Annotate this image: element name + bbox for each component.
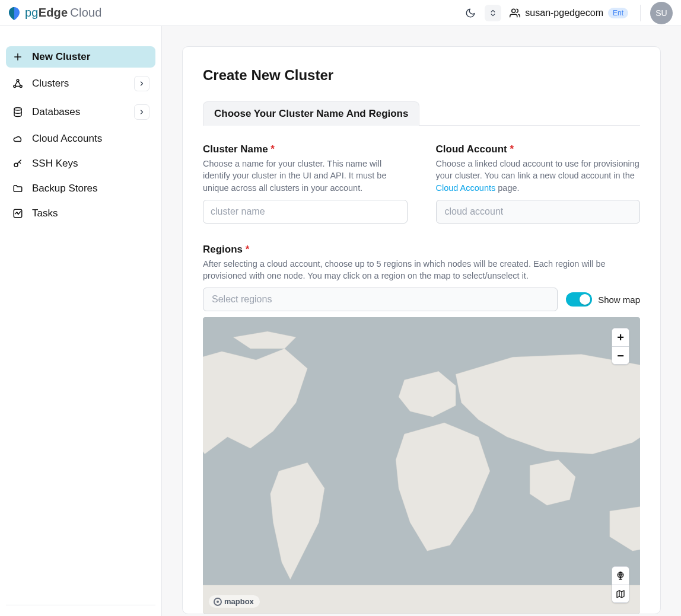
divider xyxy=(640,5,641,21)
folder-icon xyxy=(12,183,24,194)
sidebar-item-tasks[interactable]: Tasks xyxy=(6,203,155,224)
sidebar-item-databases[interactable]: Databases xyxy=(6,100,155,125)
sidebar-item-label: Backup Stores xyxy=(32,183,149,194)
svg-point-6 xyxy=(14,108,21,111)
plus-icon xyxy=(12,51,24,63)
cloud-account-field: Cloud Account * Choose a linked cloud ac… xyxy=(436,143,641,224)
plan-badge: Ent xyxy=(608,8,628,18)
sidebar-footer xyxy=(6,605,155,616)
cloud-accounts-link[interactable]: Cloud Accounts xyxy=(436,183,496,193)
main-content: Create New Cluster Choose Your Cluster N… xyxy=(162,26,681,616)
field-label: Cloud Account * xyxy=(436,143,641,155)
map-flat-button[interactable] xyxy=(612,585,629,602)
chevron-right-icon[interactable] xyxy=(134,104,149,120)
cluster-icon xyxy=(12,78,24,90)
sidebar-item-clusters[interactable]: Clusters xyxy=(6,71,155,96)
map-globe-button[interactable] xyxy=(612,567,629,585)
show-map-toggle[interactable] xyxy=(566,292,592,307)
show-map-label: Show map xyxy=(598,295,640,305)
org-switcher-button[interactable] xyxy=(485,5,501,21)
cluster-name-field: Cluster Name * Choose a name for your cl… xyxy=(203,143,408,224)
sidebar-item-label: New Cluster xyxy=(32,51,149,63)
region-map[interactable]: + − mapbox xyxy=(203,317,640,614)
sidebar: New Cluster Clusters Databases xyxy=(0,26,162,616)
users-icon xyxy=(510,8,520,18)
field-help: Choose a linked cloud account to use for… xyxy=(436,158,641,194)
cluster-name-input[interactable] xyxy=(203,200,408,224)
svg-point-0 xyxy=(512,9,515,12)
svg-marker-10 xyxy=(617,591,624,598)
database-icon xyxy=(12,106,24,118)
sidebar-item-backup-stores[interactable]: Backup Stores xyxy=(6,178,155,199)
org-name: susan-pgedgecom xyxy=(525,8,603,18)
sidebar-item-label: SSH Keys xyxy=(32,158,149,170)
sidebar-item-label: Cloud Accounts xyxy=(32,133,149,145)
map-zoom-in-button[interactable]: + xyxy=(612,328,629,346)
mapbox-logo-icon xyxy=(214,598,222,606)
field-label: Cluster Name * xyxy=(203,143,408,155)
user-avatar[interactable]: SU xyxy=(650,2,673,24)
create-cluster-card: Create New Cluster Choose Your Cluster N… xyxy=(182,46,661,614)
logo-mark-icon xyxy=(6,5,23,21)
brand-logo[interactable]: pgEdgeCloud xyxy=(6,5,102,21)
map-attribution[interactable]: mapbox xyxy=(209,595,260,608)
chevron-right-icon[interactable] xyxy=(134,76,149,91)
sidebar-item-label: Tasks xyxy=(32,208,149,219)
logo-text: pgEdgeCloud xyxy=(25,6,102,20)
map-icon xyxy=(616,589,625,599)
activity-icon xyxy=(12,208,24,219)
regions-select[interactable]: Select regions xyxy=(203,288,558,311)
cloud-icon xyxy=(12,133,24,145)
field-label: Regions * xyxy=(203,244,640,256)
page-title: Create New Cluster xyxy=(203,67,640,84)
field-help: After selecting a cloud account, choose … xyxy=(203,258,640,282)
world-map-icon xyxy=(203,317,640,614)
key-icon xyxy=(12,158,24,170)
sidebar-item-new-cluster[interactable]: New Cluster xyxy=(6,46,155,68)
map-zoom-out-button[interactable]: − xyxy=(612,346,629,364)
sidebar-item-cloud-accounts[interactable]: Cloud Accounts xyxy=(6,128,155,149)
cloud-account-select[interactable]: cloud account xyxy=(436,200,641,224)
topbar: pgEdgeCloud susan-pgedgecom Ent SU xyxy=(0,0,681,26)
sidebar-item-label: Clusters xyxy=(32,78,126,90)
map-zoom-controls: + − xyxy=(612,328,629,365)
sidebar-item-ssh-keys[interactable]: SSH Keys xyxy=(6,153,155,174)
theme-toggle-icon[interactable] xyxy=(462,5,479,21)
regions-field: Regions * After selecting a cloud accoun… xyxy=(203,244,640,614)
field-help: Choose a name for your cluster. This nam… xyxy=(203,158,408,194)
map-tool-controls xyxy=(612,566,629,603)
section-tab: Choose Your Cluster Name And Regions xyxy=(203,101,419,126)
globe-icon xyxy=(616,571,625,580)
sidebar-item-label: Databases xyxy=(32,106,126,118)
org-display[interactable]: susan-pgedgecom Ent xyxy=(510,8,628,18)
